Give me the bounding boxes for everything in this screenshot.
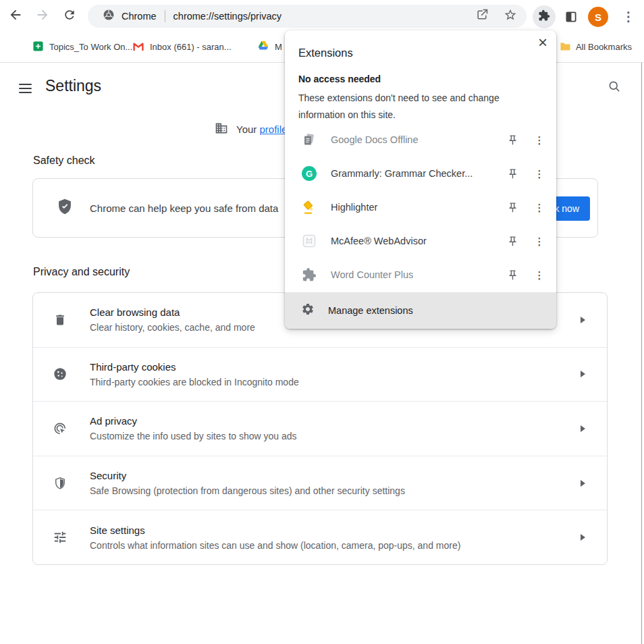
back-button[interactable] xyxy=(8,9,23,24)
row-title: Clear browsing data xyxy=(90,306,255,318)
row-third-party-cookies[interactable]: Third-party cookies Third-party cookies … xyxy=(33,347,607,402)
drive-icon xyxy=(257,41,269,53)
extension-menu-button[interactable]: ⋮ xyxy=(522,169,556,179)
browser-menu-button[interactable]: ⋮ xyxy=(621,9,636,24)
close-button[interactable]: × xyxy=(533,33,552,52)
browser-window: Chrome chrome://settings/privacy S ⋮ Top… xyxy=(0,0,644,644)
tune-icon xyxy=(52,530,68,545)
gmail-icon xyxy=(132,41,144,53)
address-bar[interactable]: Chrome chrome://settings/privacy xyxy=(88,5,527,28)
docs-offline-icon xyxy=(301,132,317,148)
forward-button[interactable] xyxy=(35,9,50,24)
extensions-list: Google Docs Offline ⋮ G Grammarly: Gramm… xyxy=(285,123,556,292)
grammarly-icon: G xyxy=(301,166,317,181)
puzzle-icon xyxy=(538,9,550,24)
side-panel-icon xyxy=(564,14,578,26)
building-icon xyxy=(215,122,228,137)
main-menu-button[interactable] xyxy=(19,84,32,93)
extensions-popup-title: Extensions xyxy=(298,47,353,59)
pin-button[interactable] xyxy=(502,202,522,213)
url-text: chrome://settings/privacy xyxy=(173,11,281,22)
pin-icon xyxy=(507,236,518,247)
extensions-popup: Extensions × No access needed These exte… xyxy=(285,30,556,329)
pin-button[interactable] xyxy=(502,134,522,146)
row-subtitle: Controls what information sites can use … xyxy=(90,540,460,551)
share-icon[interactable] xyxy=(475,8,489,24)
chevron-right-icon xyxy=(581,480,585,487)
side-panel-button[interactable] xyxy=(564,10,578,26)
extension-row-word-counter-plus[interactable]: Word Counter Plus ⋮ xyxy=(285,258,556,292)
highlighter-icon xyxy=(301,199,317,215)
privacy-card: Clear browsing data Clear history, cooki… xyxy=(32,292,608,565)
pin-icon xyxy=(507,134,518,146)
extension-menu-button[interactable]: ⋮ xyxy=(522,135,556,145)
extension-name: Word Counter Plus xyxy=(331,269,502,280)
extension-name: Grammarly: Grammar Checker... xyxy=(331,168,502,179)
row-site-settings[interactable]: Site settings Controls what information … xyxy=(33,510,607,564)
window-right-edge xyxy=(641,63,642,644)
bookmark-drive[interactable]: M xyxy=(257,32,282,62)
bookmark-label: Inbox (661) - saran... xyxy=(150,42,232,52)
puzzle-icon xyxy=(301,267,317,282)
row-title: Ad privacy xyxy=(90,415,297,427)
row-subtitle: Third-party cookies are blocked in Incog… xyxy=(90,377,299,387)
trash-icon xyxy=(52,313,68,327)
gear-icon xyxy=(301,302,315,319)
bookmark-star-icon[interactable] xyxy=(504,8,517,24)
folder-icon xyxy=(560,42,571,53)
manage-extensions-label: Manage extensions xyxy=(328,305,413,316)
all-bookmarks-button[interactable]: All Bookmarks xyxy=(576,32,632,62)
no-access-description: These extensions don't need to see and c… xyxy=(298,90,500,124)
extension-row-highlighter[interactable]: Highlighter ⋮ xyxy=(285,190,556,224)
pin-icon xyxy=(507,168,518,180)
reload-button[interactable] xyxy=(62,9,77,24)
chevron-right-icon xyxy=(581,371,585,377)
search-icon xyxy=(608,84,621,95)
privacy-heading: Privacy and security xyxy=(33,266,130,278)
browser-toolbar: Chrome chrome://settings/privacy S ⋮ xyxy=(0,0,644,32)
reload-icon xyxy=(63,8,76,24)
pin-button[interactable] xyxy=(502,269,522,281)
chevron-right-icon xyxy=(581,425,585,432)
close-icon: × xyxy=(538,33,547,52)
search-settings-button[interactable] xyxy=(608,80,621,96)
extension-menu-button[interactable]: ⋮ xyxy=(522,203,556,213)
row-ad-privacy[interactable]: Ad privacy Customize the info used by si… xyxy=(33,401,607,456)
row-subtitle: Safe Browsing (protection from dangerous… xyxy=(90,485,405,496)
safety-check-text: Chrome can help keep you safe from data xyxy=(90,203,278,214)
page-title: Settings xyxy=(45,77,101,95)
url-page-label: Chrome xyxy=(122,11,157,22)
pin-icon xyxy=(507,269,518,281)
sheets-icon xyxy=(32,41,44,54)
forward-arrow-icon xyxy=(35,7,50,25)
pin-icon xyxy=(507,202,518,213)
extension-menu-button[interactable]: ⋮ xyxy=(522,270,556,280)
profile-link[interactable]: profile xyxy=(259,124,287,135)
row-security[interactable]: Security Safe Browsing (protection from … xyxy=(33,456,607,510)
pin-button[interactable] xyxy=(502,236,522,247)
extension-menu-button[interactable]: ⋮ xyxy=(522,236,556,246)
extension-name: McAfee® WebAdvisor xyxy=(331,236,502,246)
mcafee-icon xyxy=(301,233,317,249)
bookmark-label: M xyxy=(275,42,282,52)
chevron-right-icon xyxy=(581,534,585,541)
pin-button[interactable] xyxy=(502,168,522,180)
back-arrow-icon xyxy=(8,7,23,25)
extensions-button[interactable] xyxy=(533,5,556,28)
chrome-logo-icon xyxy=(103,9,115,24)
extension-row-mcafee-webadvisor[interactable]: McAfee® WebAdvisor ⋮ xyxy=(285,224,556,258)
extension-row-grammarly[interactable]: G Grammarly: Grammar Checker... ⋮ xyxy=(285,157,556,190)
shield-icon xyxy=(52,476,68,491)
bookmark-topics[interactable]: Topics_To Work On... xyxy=(32,32,132,62)
row-title: Site settings xyxy=(90,525,460,536)
row-subtitle: Customize the info used by sites to show… xyxy=(90,431,297,441)
url-separator xyxy=(165,10,165,22)
bookmark-inbox[interactable]: Inbox (661) - saran... xyxy=(132,32,232,62)
extension-name: Highlighter xyxy=(331,202,502,213)
manage-extensions-button[interactable]: Manage extensions xyxy=(285,292,556,329)
managed-profile-row: Your profile xyxy=(215,122,287,137)
managed-text: Your profile xyxy=(236,124,287,135)
profile-avatar[interactable]: S xyxy=(588,7,608,27)
bookmark-label: Topics_To Work On... xyxy=(49,42,132,52)
extension-row-google-docs-offline[interactable]: Google Docs Offline ⋮ xyxy=(285,123,556,157)
